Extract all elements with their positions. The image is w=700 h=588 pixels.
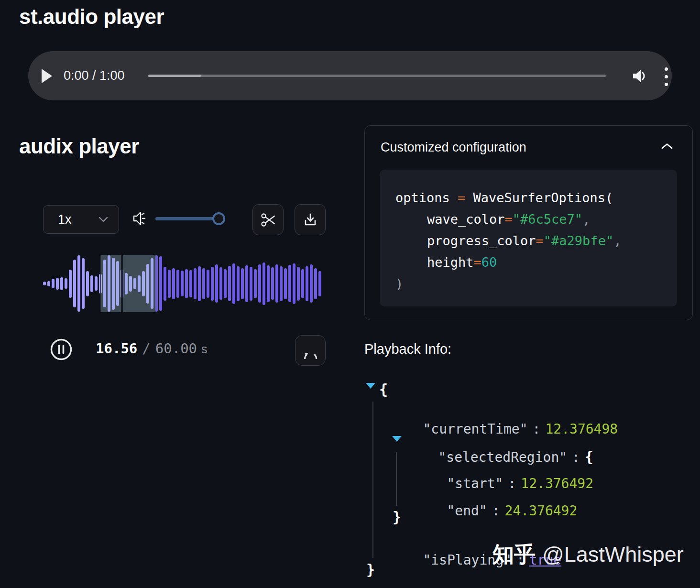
waveform-bar bbox=[280, 266, 283, 301]
waveform-bar bbox=[60, 277, 63, 290]
waveform[interactable] bbox=[42, 255, 325, 312]
waveform-bar bbox=[215, 264, 218, 303]
chevron-down-icon bbox=[98, 217, 108, 222]
waveform-bar bbox=[185, 269, 188, 298]
json-row-end: "end":24.376492 bbox=[415, 487, 577, 534]
waveform-bar bbox=[301, 269, 304, 298]
waveform-bar bbox=[318, 271, 321, 296]
waveform-bar bbox=[159, 256, 162, 311]
playback-speed-select[interactable]: 1x bbox=[43, 205, 119, 234]
speaker-icon bbox=[131, 210, 149, 227]
waveform-bar bbox=[69, 270, 72, 298]
waveform-bar bbox=[267, 265, 270, 302]
play-button[interactable] bbox=[42, 69, 52, 83]
waveform-bar bbox=[194, 268, 197, 299]
download-button[interactable] bbox=[295, 204, 326, 235]
json-guide-line bbox=[396, 452, 397, 506]
code-line: options = WaveSurferOptions( bbox=[395, 187, 677, 208]
waveform-bar bbox=[284, 268, 287, 299]
watermark-brand: 知乎 bbox=[492, 542, 536, 566]
scissors-icon bbox=[260, 211, 277, 229]
volume-slider-thumb[interactable] bbox=[212, 212, 225, 225]
waveform-bar bbox=[168, 270, 171, 298]
waveform-bar bbox=[262, 262, 265, 305]
waveform-bar bbox=[172, 268, 175, 299]
waveform-bar bbox=[82, 258, 85, 309]
json-inner-close-brace: } bbox=[393, 509, 401, 525]
loop-button[interactable] bbox=[295, 335, 326, 366]
waveform-bars bbox=[42, 255, 325, 312]
audio-time-display: 0:00 / 1:00 bbox=[64, 51, 125, 100]
waveform-bar bbox=[56, 278, 59, 290]
json-root-close-brace: } bbox=[366, 561, 375, 578]
waveform-bar bbox=[198, 266, 201, 301]
waveform-bar bbox=[275, 264, 278, 303]
waveform-bar bbox=[258, 264, 261, 303]
code-block: options = WaveSurferOptions( wave_color=… bbox=[380, 170, 677, 306]
waveform-bar bbox=[293, 263, 295, 304]
playback-info-label: Playback Info: bbox=[364, 341, 451, 357]
loop-icon bbox=[302, 342, 319, 359]
waveform-bar bbox=[314, 268, 317, 299]
json-root-open-brace: { bbox=[379, 381, 388, 398]
waveform-bar bbox=[250, 267, 252, 301]
waveform-bar bbox=[288, 265, 291, 302]
code-line: height=60 bbox=[395, 251, 677, 273]
waveform-cursor bbox=[121, 255, 123, 312]
code-line: ) bbox=[395, 273, 677, 294]
time-separator: / bbox=[142, 340, 150, 357]
waveform-bar bbox=[237, 266, 240, 301]
total-duration: 60.00 bbox=[155, 340, 197, 357]
json-collapse-root-icon[interactable] bbox=[366, 383, 375, 389]
watermark: 知乎@LastWhisper bbox=[492, 540, 684, 569]
code-line: wave_color="#6c5ce7", bbox=[395, 208, 677, 230]
waveform-bar bbox=[297, 267, 300, 301]
volume-icon[interactable] bbox=[630, 67, 648, 85]
app-page: st.audio player 0:00 / 1:00 audix player… bbox=[0, 0, 700, 588]
waveform-bar bbox=[224, 269, 227, 298]
playback-speed-value: 1x bbox=[58, 212, 72, 227]
page-title: st.audio player bbox=[19, 5, 164, 29]
waveform-bar bbox=[65, 278, 67, 289]
time-display: 16.56 / 60.00 s bbox=[96, 340, 208, 357]
waveform-bar bbox=[95, 276, 98, 291]
volume-slider[interactable] bbox=[155, 212, 225, 225]
trim-button[interactable] bbox=[252, 204, 284, 235]
waveform-bar bbox=[43, 282, 46, 285]
waveform-bar bbox=[202, 268, 205, 299]
audio-progress-track[interactable] bbox=[148, 75, 606, 77]
section-title: audix player bbox=[19, 134, 139, 158]
waveform-bar bbox=[232, 263, 235, 304]
waveform-bar bbox=[310, 264, 313, 303]
waveform-bar bbox=[254, 269, 257, 298]
waveform-bar bbox=[164, 267, 166, 301]
waveform-bar bbox=[271, 267, 274, 300]
waveform-bar bbox=[77, 255, 80, 312]
more-options-icon[interactable] bbox=[665, 67, 669, 86]
chevron-up-icon[interactable] bbox=[661, 143, 673, 150]
download-icon bbox=[302, 212, 318, 228]
time-unit: s bbox=[201, 342, 208, 356]
waveform-bar bbox=[73, 260, 76, 307]
waveform-bar bbox=[52, 279, 55, 288]
waveform-bar bbox=[90, 275, 93, 292]
waveform-bar bbox=[86, 271, 89, 296]
expander-title: Customized configuration bbox=[381, 140, 526, 155]
waveform-region[interactable] bbox=[100, 255, 156, 312]
native-audio-player: 0:00 / 1:00 bbox=[28, 51, 672, 100]
expander-customized-configuration[interactable]: Customized configuration options = WaveS… bbox=[364, 125, 693, 320]
code-line: progress_color="#a29bfe", bbox=[395, 230, 677, 251]
waveform-bar bbox=[189, 270, 192, 297]
waveform-bar bbox=[306, 266, 308, 301]
waveform-bar bbox=[211, 267, 214, 301]
json-collapse-region-icon[interactable] bbox=[392, 436, 402, 442]
waveform-bar bbox=[228, 266, 231, 301]
waveform-bar bbox=[207, 270, 209, 298]
watermark-handle: @LastWhisper bbox=[542, 542, 684, 566]
waveform-bar bbox=[241, 268, 244, 299]
pause-button[interactable] bbox=[50, 338, 73, 361]
json-guide-line bbox=[372, 402, 373, 558]
current-time: 16.56 bbox=[96, 340, 137, 357]
waveform-bar bbox=[181, 271, 184, 296]
audio-progress-buffered bbox=[148, 75, 201, 77]
